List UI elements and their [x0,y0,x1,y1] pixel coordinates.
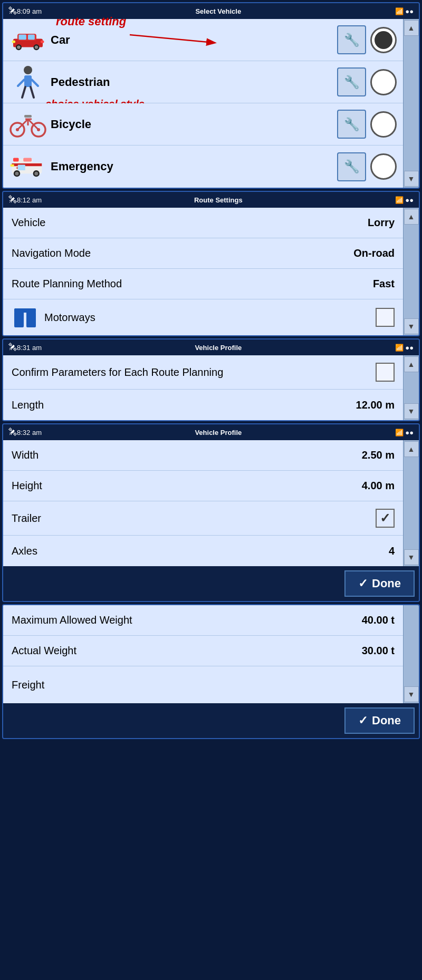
settings-value-length: 12.00 m [356,399,395,411]
settings-value-navmode: On-road [353,247,395,259]
gps-icon: 🛰 [8,6,17,16]
route-settings-list: Vehicle Lorry Navigation Mode On-road Ro… [3,208,403,335]
settings-row-vehicle: Vehicle Lorry [3,208,403,238]
status-time-3: 8:31 am [17,344,42,352]
scroll-up-2[interactable]: ▲ [404,209,419,225]
scroll-down-2[interactable]: ▼ [404,318,419,334]
vehicle-profile-list-3: Confirm Parameters for Each Route Planni… [3,355,403,420]
signal-icon-1: 📶 ●● [395,7,414,15]
vehicle-list: Car route setting 🔧 [3,19,403,188]
status-title-2: Route Settings [42,196,395,204]
settings-btn-car[interactable]: 🔧 [337,25,366,54]
settings-label-vehicle: Vehicle [12,217,368,229]
vehicle-row-emergency[interactable]: + Emergency 🔧 [3,145,403,188]
settings-label-length: Length [12,399,356,411]
settings-label-confirm: Confirm Parameters for Each Route Planni… [12,366,376,379]
done-button-5[interactable]: ✓ Done [344,707,415,734]
radio-pedestrian[interactable] [370,69,397,95]
gps-icon-3: 🛰 [8,343,17,352]
settings-label-route-method: Route Planning Method [12,278,373,290]
svg-point-11 [24,66,32,74]
checkbox-trailer[interactable] [376,509,395,528]
settings-row-height: Height 4.00 m [3,471,403,501]
vehicle-row-bicycle[interactable]: Bicycle 🔧 [3,103,403,145]
svg-line-14 [32,80,38,86]
vehicle-profile-list-5: Maximum Allowed Weight 40.00 t Actual We… [3,605,403,703]
done-label-5: Done [372,714,401,727]
gps-icon-4: 🛰 [8,428,17,437]
settings-label-navmode: Navigation Mode [12,247,353,259]
scroll-up-1[interactable]: ▲ [404,20,419,36]
settings-label-axles: Axles [12,545,389,557]
status-title-4: Vehicle Profile [42,429,395,436]
settings-value-axles: 4 [389,545,395,557]
radio-car[interactable] [370,27,397,53]
svg-line-13 [18,80,24,86]
svg-rect-12 [24,75,32,87]
scroll-up-4[interactable]: ▲ [404,441,419,457]
scrollbar-4: ▲ ▼ [403,440,419,566]
settings-value-max-weight: 40.00 t [362,614,395,626]
settings-row-length: Length 12.00 m [3,390,403,420]
scroll-down-1[interactable]: ▼ [404,171,419,187]
done-checkmark-4: ✓ [358,577,368,590]
settings-value-width: 2.50 m [362,449,395,461]
settings-row-confirm[interactable]: Confirm Parameters for Each Route Planni… [3,355,403,390]
radio-bicycle[interactable] [370,111,397,138]
svg-rect-25 [24,115,32,118]
scroll-down-5[interactable]: ▼ [404,686,419,702]
done-button-4[interactable]: ✓ Done [344,570,415,597]
status-title-3: Vehicle Profile [42,344,395,352]
svg-rect-3 [28,34,35,40]
vehicle-row-car[interactable]: Car route setting 🔧 [3,19,403,61]
settings-label-max-weight: Maximum Allowed Weight [12,614,362,626]
vehicle-name-car: Car [46,33,337,47]
checkbox-motorways[interactable] [376,308,395,327]
svg-rect-2 [18,34,26,40]
screen-vehicle-profile-5: Maximum Allowed Weight 40.00 t Actual We… [2,604,420,739]
settings-row-actual-weight: Actual Weight 30.00 t [3,636,403,666]
settings-label-actual-weight: Actual Weight [12,645,362,657]
scrollbar-2: ▲ ▼ [403,208,419,335]
emergency-icon: + [9,151,46,182]
svg-rect-37 [11,164,14,166]
settings-label-trailer: Trailer [12,512,376,525]
settings-label-motorways: Motorways [44,312,376,324]
vehicle-name-pedestrian: Pedestrian [46,75,337,89]
settings-row-axles: Axles 4 [3,536,403,566]
svg-line-15 [22,87,25,98]
status-bar-4: 🛰 8:32 am Vehicle Profile 📶 ●● [3,424,419,440]
settings-label-freight: Freight [12,679,395,691]
settings-label-width: Width [12,449,362,461]
signal-icon-2: 📶 ●● [395,196,414,204]
settings-btn-pedestrian[interactable]: 🔧 [337,67,366,96]
checkbox-confirm[interactable] [376,363,395,382]
screen-route-settings: 🛰 8:12 am Route Settings 📶 ●● Vehicle Lo… [2,191,420,336]
settings-row-motorways[interactable]: Motorways [3,299,403,335]
vehicle-profile-list-4: Width 2.50 m Height 4.00 m Trailer Axles… [3,440,403,566]
settings-row-freight: Freight [3,666,403,703]
scroll-up-3[interactable]: ▲ [404,356,419,372]
svg-rect-9 [41,40,44,43]
scroll-down-3[interactable]: ▼ [404,403,419,419]
svg-rect-8 [12,40,15,43]
svg-line-22 [28,119,39,130]
settings-btn-bicycle[interactable]: 🔧 [337,110,366,139]
radio-emergency[interactable] [370,153,397,180]
svg-point-7 [35,45,38,48]
svg-point-5 [17,45,20,48]
status-time-2: 8:12 am [17,196,42,204]
settings-btn-emergency[interactable]: 🔧 [337,152,366,181]
vehicle-row-pedestrian[interactable]: Pedestrian choice vehicel style 🔧 [3,61,403,103]
settings-row-trailer[interactable]: Trailer [3,501,403,536]
settings-value-height: 4.00 m [362,480,395,492]
screen-vehicle-profile-4: 🛰 8:32 am Vehicle Profile 📶 ●● Width 2.5… [2,423,420,602]
svg-rect-28 [13,158,19,161]
scrollbar-1: ▲ ▼ [403,19,419,188]
signal-icon-3: 📶 ●● [395,344,414,352]
scroll-down-4[interactable]: ▼ [404,549,419,565]
settings-row-route-method: Route Planning Method Fast [3,269,403,299]
status-bar-1: 🛰 8:09 am Select Vehicle 📶 ●● [3,3,419,19]
done-checkmark-5: ✓ [358,714,368,727]
done-label-4: Done [372,577,401,590]
